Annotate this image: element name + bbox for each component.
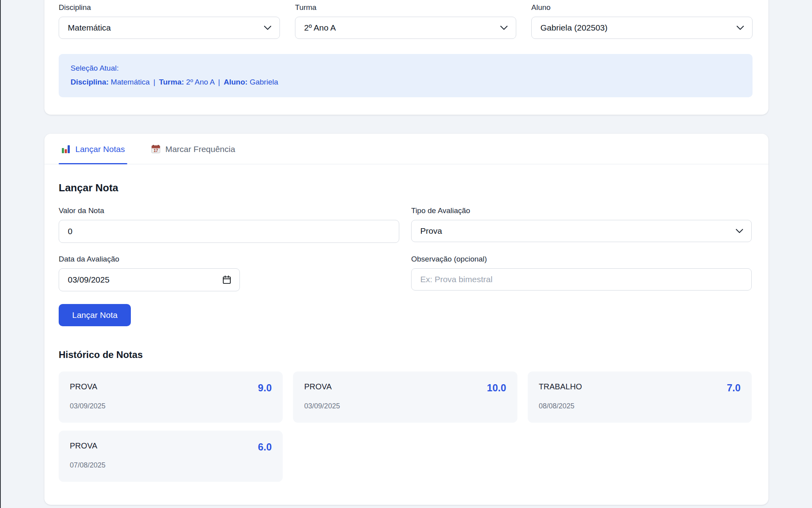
selector-grid: Disciplina Matemática Turma 2º Ano A bbox=[59, 3, 753, 39]
current-selection-title: Seleção Atual: bbox=[71, 64, 741, 73]
grade-value: 6.0 bbox=[258, 441, 272, 453]
tab-lancar-notas-label: Lançar Notas bbox=[75, 144, 125, 154]
grade-value: 7.0 bbox=[727, 382, 741, 394]
student-select[interactable]: Gabriela (202503) bbox=[531, 17, 753, 39]
grade-type: TRABALHO bbox=[539, 382, 582, 391]
class-label: Turma bbox=[295, 3, 516, 12]
tab-bar: Lançar Notas 17 Marcar Frequência bbox=[44, 134, 768, 164]
summary-class-label: Turma: bbox=[159, 78, 184, 86]
grade-value-field: Valor da Nota bbox=[59, 206, 399, 243]
current-selection-summary: Disciplina: Matemática | Turma: 2º Ano A… bbox=[71, 78, 741, 87]
observation-input[interactable] bbox=[411, 268, 752, 291]
chevron-down-icon bbox=[735, 229, 743, 233]
grade-history-item: PROVA 10.0 03/09/2025 bbox=[293, 371, 517, 423]
evaluation-date-input[interactable] bbox=[59, 268, 240, 291]
date-picker-calendar-icon[interactable] bbox=[222, 275, 232, 285]
evaluation-type-field: Tipo de Avaliação Prova bbox=[411, 206, 752, 243]
discipline-select[interactable]: Matemática bbox=[59, 17, 280, 39]
grade-type: PROVA bbox=[70, 382, 98, 391]
summary-discipline-label: Disciplina: bbox=[71, 78, 109, 86]
class-selected-value: 2º Ano A bbox=[304, 23, 336, 33]
chevron-down-icon bbox=[264, 25, 272, 30]
student-selected-value: Gabriela (202503) bbox=[540, 23, 607, 33]
summary-student-label: Aluno: bbox=[224, 78, 247, 86]
main-card: Lançar Notas 17 Marcar Frequência Lançar… bbox=[44, 134, 768, 505]
summary-separator: | bbox=[216, 78, 222, 86]
grade-type: PROVA bbox=[304, 382, 332, 391]
chevron-down-icon bbox=[500, 25, 508, 30]
page: Disciplina Matemática Turma 2º Ano A bbox=[44, 0, 768, 505]
evaluation-type-selected-value: Prova bbox=[420, 226, 442, 236]
grade-history-item: PROVA 6.0 07/08/2025 bbox=[59, 431, 283, 482]
grade-date: 08/08/2025 bbox=[539, 402, 741, 410]
current-selection-box: Seleção Atual: Disciplina: Matemática | … bbox=[59, 54, 753, 97]
tab-marcar-frequencia[interactable]: 17 Marcar Frequência bbox=[149, 134, 237, 164]
bar-chart-icon bbox=[61, 144, 71, 154]
grade-value-label: Valor da Nota bbox=[59, 206, 399, 215]
selection-card: Disciplina Matemática Turma 2º Ano A bbox=[44, 0, 768, 115]
grade-form: Valor da Nota Tipo de Avaliação Prova Da… bbox=[59, 206, 752, 291]
grade-history-item: TRABALHO 7.0 08/08/2025 bbox=[528, 371, 752, 423]
grade-value: 9.0 bbox=[258, 382, 272, 394]
grade-date: 03/09/2025 bbox=[304, 402, 506, 410]
grade-history-item: PROVA 9.0 03/09/2025 bbox=[59, 371, 283, 423]
summary-separator: | bbox=[152, 78, 157, 86]
date-input-wrapper bbox=[59, 268, 240, 291]
calendar-icon: 17 bbox=[151, 144, 161, 154]
svg-text:17: 17 bbox=[153, 148, 158, 153]
window-left-edge bbox=[0, 0, 1, 508]
class-select[interactable]: 2º Ano A bbox=[295, 17, 516, 39]
grade-form-title: Lançar Nota bbox=[59, 182, 752, 194]
class-field: Turma 2º Ano A bbox=[295, 3, 516, 39]
grade-history-list: PROVA 9.0 03/09/2025 PROVA 10.0 03/09/20… bbox=[59, 371, 752, 482]
summary-student-value: Gabriela bbox=[250, 78, 278, 86]
discipline-selected-value: Matemática bbox=[68, 23, 111, 33]
chevron-down-icon bbox=[736, 25, 744, 30]
tab-marcar-frequencia-label: Marcar Frequência bbox=[165, 144, 235, 154]
observation-label: Observação (opcional) bbox=[411, 255, 752, 264]
discipline-field: Disciplina Matemática bbox=[59, 3, 280, 39]
tab-lancar-notas[interactable]: Lançar Notas bbox=[59, 134, 127, 164]
evaluation-date-label: Data da Avaliação bbox=[59, 255, 399, 264]
evaluation-type-label: Tipo de Avaliação bbox=[411, 206, 752, 215]
grade-panel: Lançar Nota Valor da Nota Tipo de Avalia… bbox=[44, 182, 768, 482]
grade-date: 03/09/2025 bbox=[70, 402, 272, 410]
summary-class-value: 2º Ano A bbox=[186, 78, 214, 86]
observation-field: Observação (opcional) bbox=[411, 255, 752, 291]
grade-value: 10.0 bbox=[487, 382, 506, 394]
student-field: Aluno Gabriela (202503) bbox=[531, 3, 753, 39]
submit-grade-button[interactable]: Lançar Nota bbox=[59, 304, 131, 326]
grade-history-title: Histórico de Notas bbox=[59, 349, 752, 360]
summary-discipline-value: Matemática bbox=[111, 78, 149, 86]
evaluation-type-select[interactable]: Prova bbox=[411, 220, 752, 242]
grade-type: PROVA bbox=[70, 441, 98, 450]
grade-date: 07/08/2025 bbox=[70, 461, 272, 470]
student-label: Aluno bbox=[531, 3, 753, 12]
evaluation-date-field: Data da Avaliação bbox=[59, 255, 399, 291]
grade-value-input[interactable] bbox=[59, 220, 399, 243]
discipline-label: Disciplina bbox=[59, 3, 280, 12]
